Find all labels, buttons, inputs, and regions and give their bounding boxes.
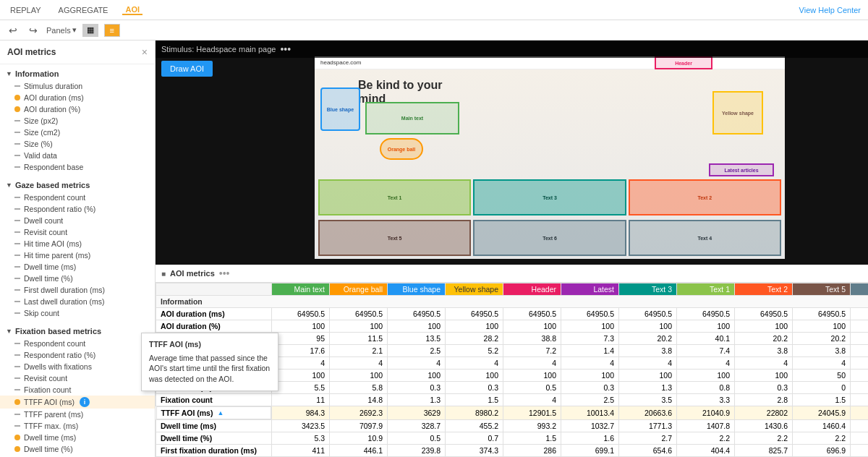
metric-aoi-duration-pct[interactable]: AOI duration (%) <box>0 103 155 115</box>
metric-ttff-parent[interactable]: TTFF parent (ms) <box>0 409 155 420</box>
section-gaze-header[interactable]: ▼ Gaze based metrics <box>0 179 155 192</box>
nav-replay[interactable]: REPLAY <box>7 6 44 14</box>
sort-ascending-icon[interactable]: ▲ <box>217 409 224 417</box>
col-header-main-text[interactable]: Main text <box>272 283 330 296</box>
text4-aoi[interactable]: Text 4 <box>629 220 781 256</box>
text1-aoi[interactable]: Text 1 <box>318 179 471 215</box>
data-cell: 20663.6 <box>619 406 677 420</box>
yellow-shape-aoi[interactable]: Yellow shape <box>712 91 763 134</box>
stimulus-preview: headspace.com Header Be kind to yourmind… <box>315 56 785 259</box>
close-button[interactable]: × <box>142 46 148 58</box>
col-header-latest[interactable]: Latest <box>561 283 619 296</box>
metric-ttff-max[interactable]: TTFF max. (ms) <box>0 420 155 432</box>
metric-fixation-count[interactable]: Fixation count <box>0 384 155 396</box>
info-icon[interactable]: i <box>80 397 90 407</box>
metric-fix-respondent-count[interactable]: Respondent count <box>0 338 155 349</box>
col-header-text1[interactable]: Text 1 <box>677 283 735 296</box>
metric-size-px2[interactable]: Size (px2) <box>0 115 155 127</box>
metric-fix-dwell-time-ms[interactable]: Dwell time (ms) <box>0 432 155 443</box>
metric-gaze-dwell-time-ms[interactable]: Dwell time (ms) <box>0 261 155 273</box>
col-header-orange-ball[interactable]: Orange ball <box>330 283 388 296</box>
text2-aoi[interactable]: Text 2 <box>629 179 781 215</box>
metric-size-pct[interactable]: Size (%) <box>0 138 155 150</box>
metric-size-cm2[interactable]: Size (cm2) <box>0 127 155 138</box>
data-cell: 411 <box>272 445 330 457</box>
blue-shape-aoi[interactable]: Blue shape <box>320 87 360 131</box>
tooltip-title: TTFF AOI (ms) <box>149 339 271 350</box>
undo-button[interactable]: ↩ <box>6 23 20 38</box>
metric-last-dwell-duration[interactable]: Last dwell duration (ms) <box>0 296 155 307</box>
redo-button[interactable]: ↪ <box>26 23 41 38</box>
data-cell: 28.2 <box>446 333 503 345</box>
main-text-aoi[interactable]: Main text <box>365 102 459 134</box>
panels-dropdown[interactable]: Panels ▾ <box>46 25 77 35</box>
metric-fix-dwell-time-pct[interactable]: Dwell time (%) <box>0 443 155 455</box>
text3-aoi[interactable]: Text 3 <box>473 179 626 215</box>
header-aoi[interactable]: Header <box>655 56 712 69</box>
metric-gaze-dwell-time-pct[interactable]: Dwell time (%) <box>0 273 155 284</box>
metric-fix-respondent-ratio[interactable]: Respondent ratio (%) <box>0 349 155 361</box>
metric-hit-time-parent[interactable]: Hit time parent (ms) <box>0 249 155 261</box>
metric-revisit-count[interactable]: Revisit count <box>0 226 155 238</box>
data-cell: 4 <box>272 357 330 370</box>
right-area: Stimulus: Headspace main page ••• Draw A… <box>156 40 868 457</box>
stimulus-menu-button[interactable]: ••• <box>280 43 291 55</box>
col-header-text2[interactable]: Text 2 <box>735 283 793 296</box>
latest-aoi[interactable]: Latest articles <box>709 163 774 176</box>
data-cell: 3.8 <box>735 345 793 357</box>
metric-gaze-respondent-count[interactable]: Respondent count <box>0 192 155 203</box>
help-link[interactable]: View Help Center <box>799 6 861 14</box>
aoi-metrics-icon: ■ <box>161 270 166 278</box>
layout-grid-button[interactable]: ▦ <box>82 24 98 37</box>
col-header-header[interactable]: Header <box>503 283 561 296</box>
nav-aggregate[interactable]: AGGREGATE <box>56 6 111 14</box>
draw-aoi-button[interactable]: Draw AOI <box>161 61 213 77</box>
col-header-blue-shape[interactable]: Blue shape <box>388 283 446 296</box>
data-cell: 100 <box>330 370 388 382</box>
data-cell: 7.5 <box>851 345 869 357</box>
main-text-label: Main text <box>401 116 423 121</box>
metric-dot-icon <box>14 278 20 279</box>
data-cell: 3.8 <box>793 345 851 357</box>
col-header-text3[interactable]: Text 3 <box>619 283 677 296</box>
section-fixation-header[interactable]: ▼ Fixation based metrics <box>0 325 155 338</box>
col-header-yellow-shape[interactable]: Yellow shape <box>446 283 503 296</box>
metric-gaze-respondent-ratio[interactable]: Respondent ratio (%) <box>0 203 155 215</box>
metric-dwells-with-fixations[interactable]: Dwells with fixations <box>0 361 155 372</box>
metric-respondent-base[interactable]: Respondent base <box>0 161 155 173</box>
row-label-ttff: TTFF AOI (ms) ▲ <box>156 406 272 419</box>
metric-dwell-count[interactable]: Dwell count <box>0 215 155 226</box>
metric-stimulus-duration[interactable]: Stimulus duration <box>0 80 155 92</box>
metric-fix-revisit-count[interactable]: Revisit count <box>0 372 155 384</box>
metric-dot-icon <box>14 132 20 133</box>
data-cell: 811.2 <box>851 445 869 457</box>
metric-valid-data[interactable]: Valid data <box>0 150 155 161</box>
header-aoi-label: Header <box>675 61 692 66</box>
data-cell: 4 <box>503 357 561 370</box>
layout-list-button[interactable]: ≡ <box>104 24 120 37</box>
text5-aoi[interactable]: Text 5 <box>318 220 471 256</box>
text6-aoi[interactable]: Text 6 <box>473 220 626 256</box>
data-cell: 984.3 <box>272 406 330 420</box>
nav-aoi[interactable]: AOI <box>122 5 142 15</box>
metric-dot-icon <box>14 366 20 367</box>
metric-skip-count[interactable]: Skip count <box>0 307 155 319</box>
data-menu-button[interactable]: ••• <box>219 268 230 279</box>
data-cell: 2692.3 <box>330 406 388 420</box>
row-label: Dwell time (ms) <box>156 420 272 432</box>
yellow-shape-label: Yellow shape <box>722 111 754 116</box>
data-cell: 22802 <box>735 406 793 420</box>
section-fixation-label: Fixation based metrics <box>15 327 101 336</box>
col-header-text5[interactable]: Text 5 <box>793 283 851 296</box>
metric-dot-icon <box>14 343 20 344</box>
metric-hit-time-aoi[interactable]: Hit time AOI (ms) <box>0 238 155 249</box>
data-cell: 100 <box>677 320 735 333</box>
metric-ttff-aoi[interactable]: TTFF AOI (ms) i <box>0 396 155 409</box>
orange-ball-aoi[interactable]: Orange ball <box>380 138 423 160</box>
metric-first-dwell-duration[interactable]: First dwell duration (ms) <box>0 284 155 296</box>
metric-aoi-duration-ms[interactable]: AOI duration (ms) <box>0 92 155 103</box>
col-header-text4[interactable]: Text 4 <box>851 283 869 296</box>
section-information-header[interactable]: ▼ Information <box>0 67 155 80</box>
data-cell: 20.2 <box>619 333 677 345</box>
data-cell: 100 <box>619 370 677 382</box>
